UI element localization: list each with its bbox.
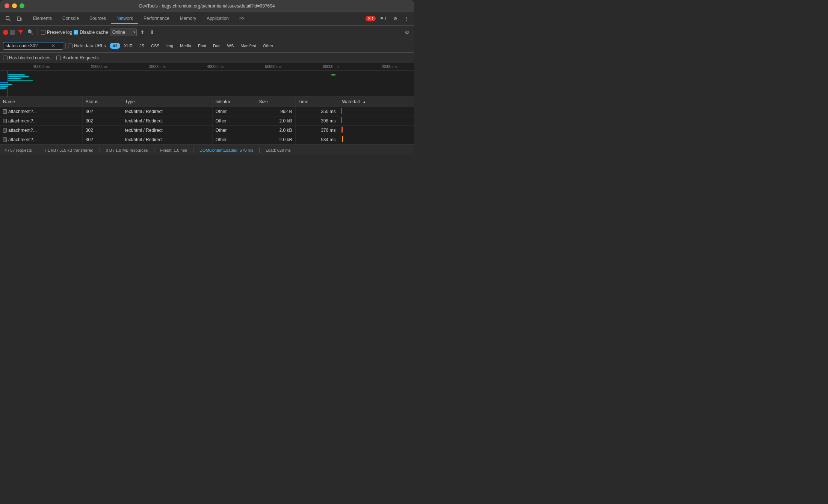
maximize-button[interactable] — [20, 3, 24, 8]
svg-line-1 — [9, 20, 11, 21]
cell-time: 376 ms — [295, 126, 339, 135]
tab-network[interactable]: Network — [111, 14, 138, 24]
tab-bar-right: ✕ 1 ⚑ 1 ⚙ ⋮ — [366, 14, 411, 23]
import-icon[interactable]: ⬆ — [138, 28, 147, 36]
status-sep-4 — [193, 148, 193, 153]
col-status[interactable]: Status — [82, 97, 122, 107]
tab-bar: Elements Console Sources Network Perform… — [0, 12, 414, 26]
devtools-icons — [3, 14, 25, 24]
type-filters: All XHR JS CSS Img Media Font Doc WS Man… — [110, 43, 277, 49]
window-controls[interactable] — [5, 3, 24, 8]
table-row[interactable]: attachment?... 302 text/html / Redirect … — [0, 107, 414, 116]
status-sep-5 — [259, 148, 260, 153]
svg-rect-2 — [17, 17, 20, 21]
type-filter-doc[interactable]: Doc — [210, 43, 224, 49]
cell-size: 962 B — [256, 107, 295, 116]
hide-data-urls-label[interactable]: Hide data URLs — [68, 43, 106, 48]
blocked-cookies-checkbox[interactable] — [3, 56, 8, 60]
type-filter-other[interactable]: Other — [260, 43, 277, 49]
col-time[interactable]: Time — [295, 97, 339, 107]
type-filter-media[interactable]: Media — [177, 43, 194, 49]
transferred-size: 7.1 kB / 515 kB transferred — [44, 148, 94, 152]
tab-performance[interactable]: Performance — [138, 14, 175, 24]
close-button[interactable] — [5, 3, 9, 8]
ruler-60000: 60000 ms — [323, 63, 340, 70]
filter-input[interactable] — [6, 43, 51, 48]
cell-type: text/html / Redirect — [122, 135, 212, 145]
type-filter-manifest[interactable]: Manifest — [237, 43, 259, 49]
record-button[interactable] — [3, 30, 8, 35]
table-row[interactable]: attachment?... 302 text/html / Redirect … — [0, 135, 414, 145]
network-settings-icon[interactable]: ⚙ — [403, 28, 411, 36]
tab-more[interactable]: >> — [234, 14, 250, 24]
cell-status: 302 — [82, 135, 122, 145]
more-options-icon[interactable]: ⋮ — [402, 14, 411, 23]
tab-elements[interactable]: Elements — [28, 14, 57, 24]
filter-icon[interactable] — [17, 28, 25, 36]
col-waterfall[interactable]: Waterfall ▲ — [339, 97, 414, 107]
col-type[interactable]: Type — [122, 97, 212, 107]
col-size[interactable]: Size — [256, 97, 295, 107]
cell-type: text/html / Redirect — [122, 107, 212, 116]
warn-badge: ⚑ 1 — [378, 16, 388, 21]
hide-data-urls-checkbox[interactable] — [68, 44, 73, 48]
export-icon[interactable]: ⬇ — [148, 28, 156, 36]
cell-waterfall — [339, 116, 414, 126]
disable-cache-label[interactable]: Disable cache — [74, 30, 108, 35]
ruler-30000: 30000 ms — [149, 63, 166, 70]
type-filter-js[interactable]: JS — [136, 43, 147, 49]
cell-initiator: Other — [212, 126, 256, 135]
status-bar: 4 / 57 requests 7.1 kB / 515 kB transfer… — [0, 145, 414, 155]
search-icon[interactable]: 🔍 — [26, 28, 35, 36]
status-sep-1 — [38, 148, 38, 153]
waterfall-tick — [341, 127, 343, 133]
timeline-area: 10000 ms 20000 ms 30000 ms 40000 ms 5000… — [0, 63, 414, 97]
cell-waterfall — [339, 135, 414, 145]
preserve-log-checkbox[interactable] — [41, 30, 45, 35]
type-filter-css[interactable]: CSS — [148, 43, 163, 49]
stop-button[interactable] — [10, 30, 15, 35]
status-sep-2 — [100, 148, 100, 153]
tab-memory[interactable]: Memory — [175, 14, 201, 24]
file-icon — [3, 137, 7, 142]
cell-name: attachment?... — [0, 135, 82, 145]
requests-count: 4 / 57 requests — [5, 148, 32, 152]
cell-size: 2.0 kB — [256, 135, 295, 145]
clear-filter-button[interactable]: ✕ — [51, 43, 55, 48]
table-row[interactable]: attachment?... 302 text/html / Redirect … — [0, 126, 414, 135]
tab-application[interactable]: Application — [201, 14, 234, 24]
error-icon: ✕ — [367, 16, 371, 21]
col-name[interactable]: Name — [0, 97, 82, 107]
inspect-icon[interactable] — [3, 14, 14, 24]
cell-name: attachment?... — [0, 126, 82, 135]
cell-status: 302 — [82, 126, 122, 135]
preserve-log-label[interactable]: Preserve log — [41, 30, 72, 35]
wf-bar-8 — [0, 88, 6, 89]
blocked-requests-label[interactable]: Blocked Requests — [56, 55, 99, 60]
col-initiator[interactable]: Initiator — [212, 97, 256, 107]
minimize-button[interactable] — [12, 3, 17, 8]
wf-bar-5 — [0, 82, 8, 83]
throttle-select-wrap[interactable]: Online Slow 3G Fast 3G Offline — [110, 29, 137, 36]
blocked-cookies-label[interactable]: Has blocked cookies — [3, 55, 50, 60]
settings-icon[interactable]: ⚙ — [391, 14, 400, 23]
table-row[interactable]: attachment?... 302 text/html / Redirect … — [0, 116, 414, 126]
toolbar-separator — [38, 29, 38, 36]
blocked-requests-checkbox[interactable] — [56, 56, 61, 60]
type-filter-ws[interactable]: WS — [224, 43, 237, 49]
tab-console[interactable]: Console — [57, 14, 84, 24]
status-sep-3 — [154, 148, 154, 153]
type-filter-xhr[interactable]: XHR — [121, 43, 136, 49]
cell-time: 534 ms — [295, 135, 339, 145]
type-filter-font[interactable]: Font — [195, 43, 209, 49]
type-filter-img[interactable]: Img — [163, 43, 176, 49]
type-filter-all[interactable]: All — [110, 43, 120, 49]
waterfall-tick — [341, 108, 342, 114]
wf-bar-7 — [0, 86, 8, 87]
device-toggle-icon[interactable] — [14, 14, 25, 24]
tab-sources[interactable]: Sources — [84, 14, 111, 24]
throttle-select[interactable]: Online Slow 3G Fast 3G Offline — [110, 29, 137, 36]
file-icon — [3, 109, 7, 114]
filter-input-wrap[interactable]: ✕ — [3, 42, 63, 50]
disable-cache-checkbox[interactable] — [74, 30, 78, 35]
